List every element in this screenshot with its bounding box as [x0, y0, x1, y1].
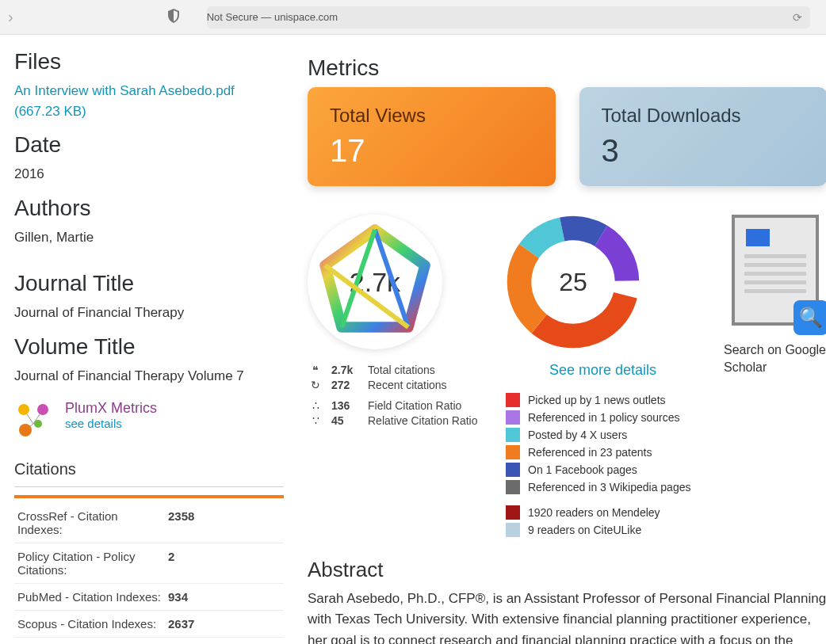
citations-table: CrossRef - Citation Indexes:2358 Policy … [14, 503, 284, 638]
svg-point-6 [34, 420, 42, 428]
views-card: Total Views 17 [308, 87, 556, 186]
altmetric-text: 9 readers on CiteULike [528, 524, 641, 536]
magnifier-icon: 🔍 [793, 300, 826, 335]
sidebar: Files An Interview with Sarah Asebedo.pd… [14, 49, 284, 644]
stat-value: 2.7k [331, 364, 360, 376]
stat-value: 136 [331, 399, 360, 412]
altmetric-row: Posted by 4 X users [506, 428, 700, 442]
table-row: Policy Citation - Policy Citations:2 [14, 543, 284, 584]
citation-value: 2 [165, 543, 284, 584]
citation-value: 2637 [165, 611, 284, 638]
shield-icon[interactable] [167, 9, 180, 26]
stat-value: 272 [331, 379, 360, 391]
altmetric-row: Referenced in 3 Wikipedia pages [506, 480, 700, 494]
citation-label: PubMed - Citation Indexes: [14, 584, 165, 611]
color-swatch [506, 410, 520, 425]
views-value: 17 [330, 133, 533, 169]
journal-heading: Journal Title [14, 271, 284, 296]
date-value: 2016 [14, 164, 284, 185]
stat-label: Total citations [368, 364, 435, 376]
citation-value: 2358 [165, 503, 284, 543]
plumx-icon [14, 400, 52, 438]
altmetric-text: On 1 Facebook pages [528, 463, 637, 476]
see-more-details-link[interactable]: See more details [506, 362, 700, 379]
forward-nav-icon[interactable]: › [8, 8, 13, 26]
citations-accent-bar [14, 495, 284, 498]
table-row: CrossRef - Citation Indexes:2358 [14, 503, 284, 543]
altmetric-text: Posted by 4 X users [528, 429, 627, 441]
citation-value: 934 [165, 584, 284, 611]
scholar-label: Search on Google Scholar [724, 341, 826, 377]
altmetric-row: Picked up by 1 news outlets [506, 393, 700, 407]
quote-icon: ❝ [308, 364, 323, 376]
address-field[interactable]: Not Secure — unispace.com ⟳ [207, 6, 810, 29]
dimensions-badge[interactable]: 2.7k [308, 215, 442, 349]
altmetric-row: 9 readers on CiteULike [506, 523, 700, 537]
downloads-label: Total Downloads [602, 105, 805, 127]
altmetric-breakdown: Picked up by 1 news outletsReferenced in… [506, 393, 700, 537]
plumx-title: PlumX Metrics [65, 400, 157, 417]
citations-heading: Citations [14, 460, 284, 478]
main-content: Metrics Total Views 17 Total Downloads 3 [308, 49, 826, 644]
color-swatch [506, 463, 520, 477]
svg-point-4 [37, 404, 48, 415]
downloads-card: Total Downloads 3 [579, 87, 827, 186]
stat-value: 45 [331, 414, 360, 427]
abstract-heading: Abstract [308, 558, 826, 582]
citation-label: CrossRef - Citation Indexes: [14, 503, 165, 543]
color-swatch [506, 393, 520, 407]
journal-value: Journal of Financial Therapy [14, 303, 284, 323]
altmetric-text: Picked up by 1 news outlets [528, 394, 666, 406]
altmetric-text: Referenced in 3 Wikipedia pages [528, 481, 690, 493]
table-row: PubMed - Citation Indexes:934 [14, 584, 284, 611]
downloads-value: 3 [602, 133, 805, 169]
file-download-link[interactable]: An Interview with Sarah Asebedo.pdf (667… [14, 81, 284, 121]
color-swatch [506, 505, 520, 520]
dimensions-stats: ❝2.7kTotal citations ↻272Recent citation… [308, 364, 482, 427]
volume-value: Journal of Financial Therapy Volume 7 [14, 366, 284, 387]
browser-address-bar: › Not Secure — unispace.com ⟳ [0, 0, 826, 35]
recent-icon: ↻ [308, 379, 323, 391]
citation-label: Policy Citation - Policy Citations: [14, 543, 165, 584]
views-label: Total Views [330, 105, 533, 127]
reload-icon[interactable]: ⟳ [793, 11, 802, 24]
volume-heading: Volume Title [14, 334, 284, 360]
svg-point-3 [18, 404, 29, 415]
stat-label: Recent citations [368, 379, 447, 391]
citation-label: Scopus - Citation Indexes: [14, 611, 165, 638]
google-scholar-link[interactable]: 🔍 Search on Google Scholar [724, 215, 826, 377]
abstract-text: Sarah Asebedo, Ph.D., CFP®, is an Assist… [308, 589, 826, 644]
plumx-widget[interactable]: PlumX Metrics see details [14, 400, 284, 438]
altmetric-score: 25 [537, 246, 610, 318]
altmetric-badge[interactable]: 25 [506, 215, 641, 349]
authors-heading: Authors [14, 196, 284, 221]
stat-label: Relative Citation Ratio [368, 414, 478, 427]
document-icon: 🔍 [732, 215, 819, 326]
altmetric-text: Referenced in 1 policy sources [528, 411, 679, 424]
plumx-see-details-link[interactable]: see details [65, 417, 157, 430]
metrics-heading: Metrics [308, 55, 826, 81]
rcr-icon: ∵ [308, 414, 323, 427]
authors-value: Gillen, Martie [14, 227, 284, 248]
divider [14, 486, 284, 487]
altmetric-row: Referenced in 23 patents [506, 445, 700, 459]
color-swatch [506, 445, 520, 459]
address-text: Not Secure — unispace.com [207, 11, 338, 23]
altmetric-row: On 1 Facebook pages [506, 463, 700, 477]
color-swatch [506, 523, 520, 537]
altmetric-text: 1920 readers on Mendeley [528, 506, 660, 519]
altmetric-row: Referenced in 1 policy sources [506, 410, 700, 425]
files-heading: Files [14, 49, 284, 74]
altmetric-text: Referenced in 23 patents [528, 446, 652, 459]
stat-label: Field Citation Ratio [368, 399, 461, 412]
fcr-icon: ∴ [308, 399, 323, 412]
svg-point-5 [19, 424, 32, 436]
table-row: Scopus - Citation Indexes:2637 [14, 611, 284, 638]
color-swatch [506, 428, 520, 442]
color-swatch [506, 480, 520, 494]
date-heading: Date [14, 132, 284, 158]
altmetric-row: 1920 readers on Mendeley [506, 505, 700, 520]
